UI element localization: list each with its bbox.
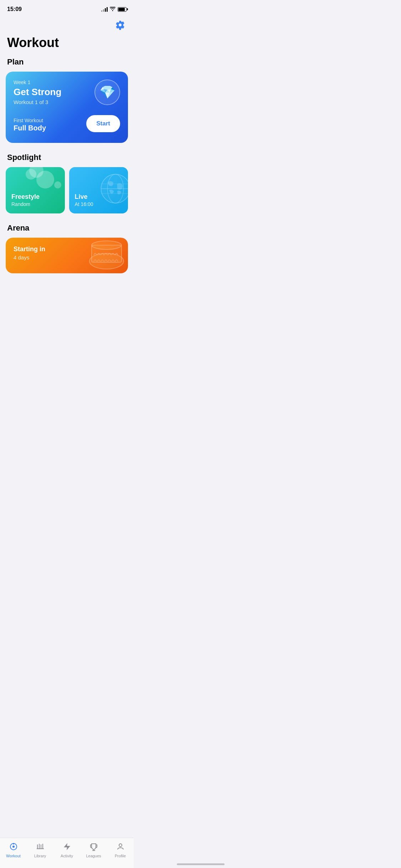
live-card[interactable]: Live At 16:00 <box>69 167 128 213</box>
live-title: Live <box>75 193 123 201</box>
header <box>0 16 134 34</box>
settings-button[interactable] <box>114 19 127 32</box>
start-button[interactable]: Start <box>86 115 120 132</box>
spotlight-section-title: Spotlight <box>0 153 134 167</box>
status-bar: 15:09 <box>0 0 134 16</box>
arena-section: Arena Starting in 4 days <box>0 223 134 273</box>
freestyle-card[interactable]: Freestyle Random <box>6 167 65 213</box>
page-title: Workout <box>0 34 134 57</box>
spotlight-section: Spotlight Freestyle Random <box>0 153 134 213</box>
svg-point-7 <box>92 241 122 249</box>
plan-card-bottom: First Workout Full Body Start <box>14 115 120 132</box>
plan-name: Get Strong <box>14 87 61 98</box>
plan-card-top: Week 1 Get Strong Workout 1 of 3 💎 <box>14 79 120 115</box>
freestyle-title: Freestyle <box>11 193 59 201</box>
colosseum-icon <box>89 238 124 273</box>
status-time: 15:09 <box>7 6 22 12</box>
scroll-content: Plan Week 1 Get Strong Workout 1 of 3 💎 … <box>0 57 134 312</box>
plan-count: Workout 1 of 3 <box>14 99 61 105</box>
spotlight-cards: Freestyle Random Live <box>0 167 134 213</box>
arena-section-title: Arena <box>0 223 134 238</box>
plan-info: Week 1 Get Strong Workout 1 of 3 <box>14 79 61 115</box>
signal-icon <box>101 7 108 12</box>
plan-next-label: First Workout <box>14 118 46 123</box>
status-icons <box>101 6 127 12</box>
plan-section-title: Plan <box>0 57 134 72</box>
gear-icon <box>115 20 125 30</box>
arena-card[interactable]: Starting in 4 days <box>6 238 128 273</box>
freestyle-sub: Random <box>11 201 59 207</box>
plan-icon: 💎 <box>99 85 115 100</box>
wifi-icon <box>110 6 115 12</box>
plan-week: Week 1 <box>14 79 61 85</box>
plan-icon-circle: 💎 <box>94 79 120 105</box>
plan-next-name: Full Body <box>14 124 46 132</box>
plan-next-info: First Workout Full Body <box>14 118 46 132</box>
plan-card: Week 1 Get Strong Workout 1 of 3 💎 First… <box>6 72 128 143</box>
live-sub: At 16:00 <box>75 201 123 207</box>
battery-icon <box>118 7 127 12</box>
